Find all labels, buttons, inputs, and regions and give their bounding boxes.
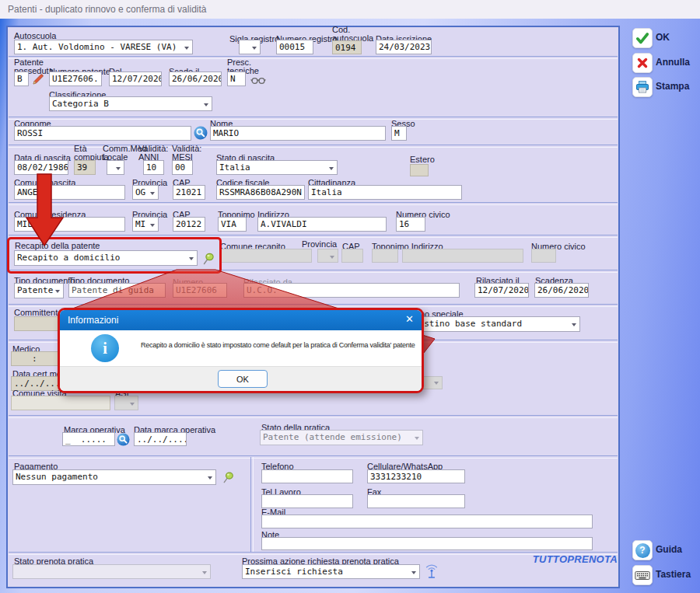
chevron-down-icon — [150, 224, 155, 229]
tipo-documento-select[interactable]: Patente — [14, 283, 64, 298]
autoscuola-select[interactable]: 1. Aut. Voldomino - VARESE (VA) — [14, 40, 193, 54]
chevron-down-icon — [202, 571, 207, 577]
guida-button[interactable]: ? Guida — [629, 540, 698, 560]
close-icon[interactable]: ✕ — [405, 313, 414, 325]
comune-nascita-field[interactable]: ANGERA — [14, 185, 125, 200]
provincia-residenza-select[interactable]: MI — [132, 217, 159, 232]
pin-icon[interactable] — [221, 470, 235, 487]
fax-field[interactable] — [367, 494, 465, 508]
chevron-down-icon — [55, 290, 60, 295]
cellulare-field[interactable]: 3331233210 — [367, 469, 465, 483]
stato-nascita-select[interactable]: Italia — [216, 160, 338, 175]
glasses-icon — [250, 75, 266, 89]
presc-tecniche-field[interactable]: N — [227, 72, 246, 86]
stampa-button-label: Stampa — [656, 81, 689, 92]
tastiera-button[interactable]: Tastiera — [629, 565, 698, 585]
dialog-body: i Recapito a domicilio è stato impostato… — [60, 330, 422, 367]
chevron-down-icon — [184, 47, 189, 52]
recapito-patente-select[interactable]: Recapito a domicilio — [14, 250, 198, 266]
window-titlebar: Patenti - duplicato rinnovo e conferma d… — [0, 0, 700, 19]
estero-label: Estero — [410, 155, 435, 164]
patente-posseduta-field[interactable]: B — [14, 72, 29, 86]
info-icon: i — [91, 334, 119, 362]
section-divider — [9, 415, 618, 418]
numero-civico-field[interactable]: 16 — [396, 217, 425, 232]
marca-operativa-field[interactable]: _ ..... — [62, 432, 115, 446]
search-icon[interactable] — [117, 433, 130, 449]
chevron-down-icon — [434, 382, 439, 387]
email-field[interactable] — [261, 515, 593, 528]
section-divider — [9, 270, 618, 273]
stampa-button[interactable]: Stampa — [629, 77, 698, 97]
check-icon — [632, 28, 653, 48]
annulla-button[interactable]: Annulla — [629, 53, 698, 73]
comm-med-select[interactable] — [107, 160, 124, 175]
chevron-down-icon — [150, 192, 155, 197]
hidden-select — [422, 376, 443, 389]
listino-speciale-select[interactable]: Listino base standard — [411, 316, 580, 332]
cittadinanza-field[interactable]: Italia — [308, 185, 462, 200]
dialog-ok-button[interactable]: OK — [218, 370, 268, 388]
provincia-recapito-select — [317, 249, 338, 263]
search-icon[interactable] — [194, 126, 208, 143]
sesso-field[interactable]: M — [391, 126, 407, 141]
stato-pratica-select: Patente (attende emissione) — [260, 430, 423, 445]
del-field[interactable]: 12/07/2020 — [109, 72, 162, 86]
tel-lavoro-field[interactable] — [261, 494, 353, 508]
section-divider — [9, 56, 618, 59]
data-nascita-field[interactable]: 08/02/1986 — [14, 160, 68, 175]
prossima-azione-select[interactable]: Inserisci richiesta — [242, 564, 420, 579]
chevron-down-icon — [130, 403, 135, 408]
comune-visita-field[interactable] — [11, 396, 110, 410]
chevron-down-icon — [252, 47, 257, 52]
indirizzo-field[interactable]: A.VIVALDI — [257, 217, 387, 232]
antenna-icon[interactable] — [425, 564, 439, 582]
telefono-field[interactable] — [261, 469, 353, 483]
classificazione-select[interactable]: Categoria B — [49, 96, 212, 111]
chevron-down-icon — [208, 476, 212, 482]
scadenza-field[interactable]: 26/06/2020 — [534, 283, 589, 298]
rilasciato-il-field[interactable]: 12/07/2020 — [474, 283, 529, 298]
stato-prenota-select — [12, 564, 211, 579]
eta-field: 39 — [74, 160, 96, 175]
data-marca-operativa-field[interactable]: ../../.... — [134, 432, 187, 446]
cognome-field[interactable]: ROSSI — [14, 126, 191, 141]
edit-pencil-icon[interactable] — [31, 72, 45, 89]
provincia-nascita-select[interactable]: OG — [132, 185, 159, 200]
cap-nascita-field[interactable]: 21021 — [173, 185, 205, 200]
scade-il-field[interactable]: 26/06/2020 — [169, 72, 222, 86]
keyboard-icon — [632, 565, 653, 585]
comune-recapito-field — [220, 249, 312, 263]
data-iscrizione-field[interactable]: 24/03/2023 — [376, 40, 432, 54]
cod-autoscuola-field: 0194 — [332, 40, 362, 54]
chevron-down-icon — [330, 256, 334, 261]
section-divider — [9, 235, 618, 238]
section-divider — [9, 202, 618, 205]
pagamento-select[interactable]: Nessun pagamento — [12, 469, 216, 485]
tastiera-button-label: Tastiera — [656, 569, 691, 580]
rilasciato-da-field: U.C.O. — [243, 283, 460, 298]
nome-field[interactable]: MARIO — [210, 126, 386, 141]
chevron-down-icon — [572, 323, 576, 329]
note-field[interactable] — [261, 537, 593, 550]
section-divider — [9, 117, 618, 120]
question-icon: ? — [632, 540, 653, 560]
toponimo-field[interactable]: VIA — [218, 217, 247, 232]
dialog-message: Recapito a domicilio è stato impostato c… — [141, 341, 415, 349]
numero-registro-field[interactable]: 00015 — [276, 40, 313, 54]
app-window: Patenti - duplicato rinnovo e conferma d… — [0, 0, 700, 593]
comune-residenza-field[interactable]: MILANO — [14, 217, 125, 232]
validita-mesi-field[interactable]: 00 — [172, 160, 193, 175]
validita-anni-field[interactable]: 10 — [143, 160, 164, 175]
pin-icon[interactable] — [201, 251, 215, 269]
cap-residenza-field[interactable]: 20122 — [173, 217, 205, 232]
numero-civico-recapito-field — [531, 249, 556, 263]
numero-patente-field[interactable]: U1E27606. — [49, 72, 102, 86]
codice-fiscale-field[interactable]: RSSMRA86B08A290N — [216, 185, 305, 200]
provincia-recapito-label: Provincia — [302, 239, 337, 249]
sigla-registro-select[interactable] — [239, 40, 261, 54]
ok-button[interactable]: OK — [629, 28, 698, 48]
validita-mesi-label: Validità: MESI — [172, 145, 208, 162]
window-title: Patenti - duplicato rinnovo e conferma d… — [8, 4, 206, 15]
asl-select — [114, 396, 138, 410]
